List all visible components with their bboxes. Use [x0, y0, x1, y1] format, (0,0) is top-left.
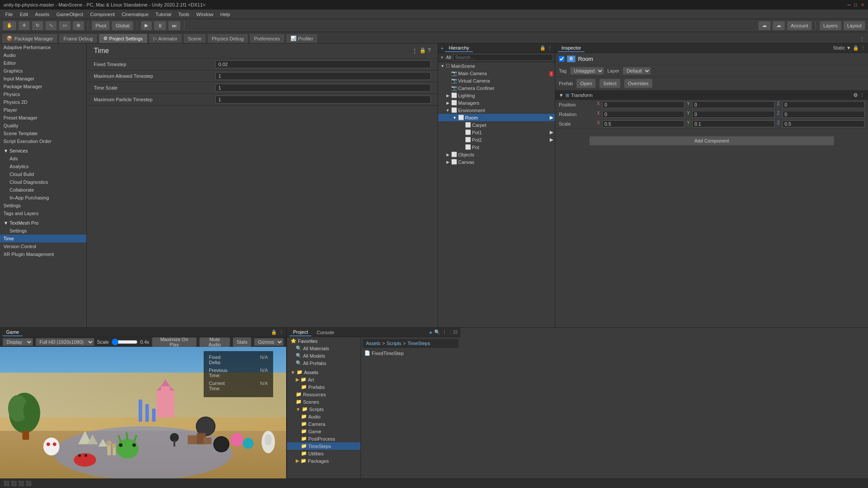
menu-gameobject[interactable]: GameObject [53, 11, 87, 18]
status-icon-4[interactable]: ⬛ [26, 481, 32, 486]
settings-help[interactable]: ? [428, 47, 431, 54]
status-icon-1[interactable]: ⬛ [3, 481, 10, 486]
menu-component[interactable]: Component [86, 11, 118, 18]
hierarchy-add-btn[interactable]: + [441, 46, 443, 51]
tree-pot[interactable]: ⬜ Pot [438, 143, 555, 151]
resources-folder[interactable]: 📁 Resources [287, 391, 360, 398]
rotate-tool[interactable]: ↻ [32, 21, 43, 30]
rotation-x[interactable] [602, 111, 684, 118]
tree-lighting[interactable]: ▶ ⬜ Lighting [438, 92, 555, 99]
menu-cinematique[interactable]: Cinematique [118, 11, 152, 18]
inspector-tab[interactable]: Inspector [558, 44, 584, 52]
close-btn[interactable]: ✕ [861, 2, 865, 8]
scenes-folder[interactable]: 📁 Scenes [287, 398, 360, 405]
rotation-y[interactable] [692, 111, 774, 118]
sidebar-item-cloud-diag[interactable]: Cloud Diagnostics [0, 178, 86, 186]
scale-slider[interactable] [112, 339, 138, 345]
all-materials-item[interactable]: 🔍 All Materials [287, 345, 360, 352]
layout-btn[interactable]: Layout [843, 21, 865, 30]
stats-btn[interactable]: Stats [233, 337, 251, 347]
sidebar-item-physics[interactable]: Physics [0, 90, 86, 98]
max-particle-input[interactable] [215, 96, 431, 103]
hierarchy-all-label[interactable]: All [446, 55, 451, 60]
sidebar-item-input[interactable]: Input Manager [0, 75, 86, 83]
hand-tool[interactable]: ✋ [3, 21, 17, 30]
tab-package-manager[interactable]: 📦 Package Manager [2, 33, 58, 43]
tree-objects[interactable]: ▶ ⬜ Objects [438, 151, 555, 158]
prefab-open-btn[interactable]: Open [576, 79, 596, 88]
play-btn[interactable]: ▶ [141, 21, 152, 30]
tab-profiler[interactable]: 📊 Profiler [286, 33, 318, 43]
menu-edit[interactable]: Edit [17, 11, 32, 18]
project-more[interactable]: ⋮ [442, 329, 447, 335]
fixed-timestep-input[interactable] [215, 60, 431, 68]
prefabs-folder[interactable]: 📁 Prefabs [287, 383, 360, 391]
project-tab[interactable]: Project [290, 329, 311, 336]
sidebar-item-analytics[interactable]: Analytics [0, 163, 86, 170]
scale-y[interactable] [692, 120, 774, 127]
scale-tool[interactable]: ⤡ [45, 21, 57, 30]
tree-main-camera[interactable]: 📷 Main Camera ! [438, 70, 555, 77]
settings-options[interactable]: ⋮ [412, 47, 418, 54]
menu-file[interactable]: File [2, 11, 17, 18]
maximize-play-btn[interactable]: Maximize On Play [152, 337, 197, 347]
sidebar-item-cloud-build[interactable]: Cloud Build [0, 170, 86, 178]
rotation-z[interactable] [782, 111, 865, 118]
position-z[interactable] [782, 101, 865, 108]
scripts-folder[interactable]: ▼ 📁 Scripts [287, 405, 360, 413]
inspector-more[interactable]: ⋮ [861, 45, 865, 51]
sidebar-item-scene-template[interactable]: Scene Template [0, 129, 86, 137]
tag-dropdown[interactable]: Untagged [570, 67, 604, 75]
breadcrumb-scripts[interactable]: Scripts [386, 341, 401, 346]
scale-x[interactable] [602, 120, 684, 127]
postprocess-folder[interactable]: 📁 PostProcess [287, 435, 360, 442]
transform-options[interactable]: ⚙ [853, 92, 858, 98]
menu-tools[interactable]: Tools [175, 11, 193, 18]
sidebar-item-physics2d[interactable]: Physics 2D [0, 98, 86, 106]
sidebar-item-time[interactable]: Time [0, 235, 86, 242]
console-tab[interactable]: Console [313, 329, 337, 336]
tab-physics-debug[interactable]: Physics Debug [207, 33, 248, 43]
tab-more[interactable]: ⋮ [860, 37, 865, 42]
tree-managers[interactable]: ▶ ⬜ Managers [438, 99, 555, 106]
component-enabled-check[interactable] [559, 56, 564, 62]
tab-scene[interactable]: Scene [183, 33, 206, 43]
rect-tool[interactable]: ▭ [59, 21, 71, 30]
add-component-btn[interactable]: Add Component [589, 136, 834, 146]
sidebar-item-in-app-purchasing[interactable]: In-App Purchasing [0, 194, 86, 202]
transform-header[interactable]: ▼ ⊞ Transform ⚙ ⋮ [555, 90, 868, 100]
sidebar-item-xr[interactable]: XR Plugin Management [0, 250, 86, 258]
gizmos-select[interactable]: Gizmos [254, 338, 284, 346]
inspector-lock[interactable]: 🔒 [853, 45, 859, 51]
tab-frame-debug[interactable]: Frame Debug [59, 33, 97, 43]
multi-tool[interactable]: ⊕ [73, 21, 84, 30]
menu-assets[interactable]: Assets [32, 11, 53, 18]
art-folder[interactable]: ▶ 📁 Art [287, 376, 360, 383]
tab-animator[interactable]: ▷ Animator [149, 33, 182, 43]
breadcrumb-timesteps[interactable]: TimeSteps [408, 341, 430, 346]
sidebar-item-player[interactable]: Player [0, 106, 86, 114]
all-prefabs-item[interactable]: 🔍 All Prefabs [287, 359, 360, 367]
packages-folder[interactable]: ▶ 📁 Packages [287, 457, 360, 465]
tree-pot1[interactable]: ⬜ Pot1 ▶ [438, 129, 555, 136]
prefab-overrides-btn[interactable]: Overrides [624, 79, 653, 88]
sidebar-item-collaborate[interactable]: Collaborate [0, 186, 86, 194]
sidebar-item-settings[interactable]: Settings [0, 202, 86, 209]
sidebar-item-editor[interactable]: Editor [0, 59, 86, 67]
cloud-btn[interactable]: ☁ [772, 21, 785, 30]
time-scale-input[interactable] [215, 84, 431, 92]
menu-help[interactable]: Help [217, 11, 234, 18]
game-tab[interactable]: Game [3, 329, 23, 336]
tree-room[interactable]: ▼ ⬜ Room ▶ [438, 114, 555, 121]
scale-z[interactable] [782, 120, 865, 127]
project-search-icon[interactable]: 🔍 [434, 329, 440, 335]
status-icon-3[interactable]: ⬛ [18, 481, 24, 486]
sidebar-item-audio[interactable]: Audio [0, 51, 86, 59]
move-tool[interactable]: ✛ [18, 21, 30, 30]
global-btn[interactable]: Global [112, 21, 133, 30]
tree-canvas[interactable]: ▶ ⬜ Canvas [438, 158, 555, 166]
display-select[interactable]: Display 1 [3, 338, 33, 346]
assets-folder[interactable]: ▼ 📁 Assets [287, 368, 360, 376]
transform-more[interactable]: ⋮ [860, 92, 865, 98]
tree-camera-confiner[interactable]: 📷 Camera Confiner [438, 84, 555, 92]
